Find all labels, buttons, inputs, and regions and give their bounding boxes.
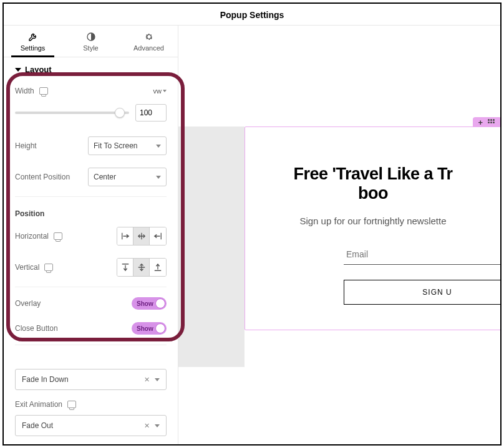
tabs: Settings Style Advanced xyxy=(4,26,178,57)
width-slider-thumb[interactable] xyxy=(115,108,125,118)
animation-duration-label: Animation Duration (s) xyxy=(15,444,167,444)
popup-section[interactable]: + Free 'Travel Like a Tr boo Sign up for… xyxy=(245,126,500,330)
content-position-row: Content Position Center xyxy=(15,161,167,193)
close-button-row: Close Button Show xyxy=(15,316,167,341)
canvas[interactable]: ✕ + Free 'Travel Like a Tr boo Sign up f… xyxy=(178,26,500,444)
height-label: Height xyxy=(15,141,37,150)
popup-subtitle: Sign up for our fortnightly newslette xyxy=(245,216,500,226)
entrance-animation-select[interactable]: Fade In Down ✕ xyxy=(15,369,167,390)
drag-handle-icon[interactable] xyxy=(488,119,497,125)
align-left-button[interactable] xyxy=(117,227,133,245)
section-layout-header[interactable]: Layout xyxy=(4,57,178,80)
tab-style[interactable]: Style xyxy=(62,26,120,57)
horizontal-label: Horizontal xyxy=(15,232,49,241)
responsive-icon[interactable] xyxy=(44,264,53,271)
align-middle-button[interactable] xyxy=(133,259,150,276)
horizontal-align-group xyxy=(117,227,167,245)
content-position-label: Content Position xyxy=(15,173,70,181)
height-row: Height Fit To Screen xyxy=(15,130,167,161)
chevron-down-icon xyxy=(15,68,21,72)
settings-sidebar: Settings Style Advanced xyxy=(4,26,178,444)
vertical-row: Vertical xyxy=(15,252,167,283)
chevron-down-icon xyxy=(155,378,160,381)
width-label: Width xyxy=(15,87,34,95)
chevron-down-icon xyxy=(156,176,161,179)
email-field[interactable] xyxy=(344,244,500,265)
height-select[interactable]: Fit To Screen xyxy=(88,136,167,155)
overlay-label: Overlay xyxy=(15,299,41,308)
tab-advanced[interactable]: Advanced xyxy=(120,26,178,57)
content-position-select[interactable]: Center xyxy=(88,168,167,186)
exit-animation-label: Exit Animation xyxy=(15,400,62,409)
align-top-button[interactable] xyxy=(117,259,133,276)
vertical-label: Vertical xyxy=(15,263,39,272)
vertical-align-group xyxy=(117,258,167,277)
contrast-icon xyxy=(86,32,96,42)
close-button-label: Close Button xyxy=(15,324,58,333)
chevron-down-icon xyxy=(163,90,167,92)
chevron-down-icon xyxy=(156,145,161,148)
clear-icon[interactable]: ✕ xyxy=(144,376,150,384)
position-subhead: Position xyxy=(15,201,167,221)
overlay-row: Overlay Show xyxy=(15,291,167,316)
horizontal-row: Horizontal xyxy=(15,221,167,252)
width-row: Width vw xyxy=(15,80,167,102)
tab-advanced-label: Advanced xyxy=(133,44,164,52)
exit-animation-select[interactable]: Fade Out ✕ xyxy=(15,415,167,436)
section-handle: + xyxy=(473,117,500,127)
chevron-down-icon xyxy=(155,424,160,427)
align-right-button[interactable] xyxy=(150,227,166,245)
section-layout-title: Layout xyxy=(25,65,52,74)
gear-icon xyxy=(144,32,154,42)
settings-panel-scroll[interactable]: Layout Width vw xyxy=(4,57,178,444)
add-section-button[interactable]: + xyxy=(478,118,483,127)
overlay-toggle[interactable]: Show xyxy=(132,297,167,310)
wrench-icon xyxy=(28,32,38,42)
close-button-toggle[interactable]: Show xyxy=(132,322,167,335)
tab-style-label: Style xyxy=(83,44,98,52)
width-input[interactable] xyxy=(135,104,167,122)
width-slider[interactable] xyxy=(15,112,129,114)
popup-heading: Free 'Travel Like a Tr boo xyxy=(245,164,500,203)
width-slider-row xyxy=(15,102,167,130)
align-bottom-button[interactable] xyxy=(150,259,166,276)
tab-settings-label: Settings xyxy=(21,44,46,52)
align-center-button[interactable] xyxy=(133,227,150,245)
panel-title: Popup Settings xyxy=(4,4,500,26)
width-unit-select[interactable]: vw xyxy=(153,87,167,95)
signup-button[interactable]: SIGN U xyxy=(344,280,500,305)
responsive-icon[interactable] xyxy=(39,87,48,95)
tab-settings[interactable]: Settings xyxy=(4,26,62,57)
responsive-icon[interactable] xyxy=(54,232,62,240)
clear-icon[interactable]: ✕ xyxy=(144,422,150,430)
responsive-icon[interactable] xyxy=(67,401,76,408)
